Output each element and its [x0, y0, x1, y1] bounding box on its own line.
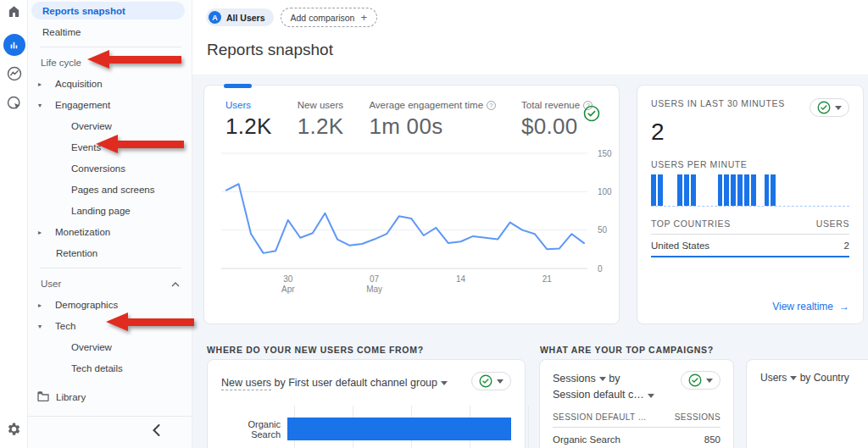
chevron-down-icon [599, 377, 606, 381]
sidebar-item-acquisition[interactable]: ▸Acquisition [28, 73, 192, 94]
table-row: Organic Search850 [553, 428, 721, 448]
sidebar-item-label: Overview [71, 342, 112, 352]
metric-value: 1.2K [225, 113, 272, 140]
audience-chip[interactable]: A All Users [206, 8, 274, 26]
sidebar-item-overview[interactable]: Overview [28, 336, 192, 357]
sidebar-item-overview[interactable]: Overview [28, 115, 192, 136]
users-by-country-card: Users by Country [746, 359, 868, 448]
sidebar-item-label: Acquisition [55, 79, 103, 89]
check-circle-icon [817, 101, 831, 114]
campaigns-quality-dropdown[interactable] [681, 371, 721, 390]
chevron-down-icon [648, 394, 654, 398]
metric-value: 1m 00s [369, 113, 496, 140]
add-comparison-label: Add comparison [291, 13, 355, 23]
chevron-down-icon [835, 106, 842, 110]
table-column-header: SESSION DEFAULT … [553, 412, 647, 422]
explore-icon[interactable] [0, 65, 28, 82]
sidebar-item-tech[interactable]: ▾Tech [28, 315, 192, 336]
country-row: United States 2 [651, 235, 849, 257]
chevron-down-icon [706, 379, 713, 383]
users-per-minute-chart [651, 174, 849, 207]
sidebar-divider [40, 47, 181, 47]
channels-quality-dropdown[interactable] [471, 372, 511, 390]
sidebar-item-pages-and-screens[interactable]: Pages and screens [28, 179, 192, 200]
realtime-quality-dropdown[interactable] [810, 98, 849, 117]
metric-label: Users [225, 100, 251, 110]
sidebar-item-reports-snapshot[interactable]: Reports snapshot [31, 2, 185, 19]
sidebar-item-events[interactable]: Events [28, 136, 192, 158]
comparison-bar: A All Users Add comparison + [206, 8, 377, 27]
channels-bar-chart: Organic Search [221, 406, 511, 448]
settings-gear-icon[interactable] [0, 422, 28, 438]
realtime-title: USERS IN LAST 30 MINUTES [651, 98, 785, 108]
users-line-chart: 05010015030Apr07May1421 [220, 145, 614, 299]
metric-tab-total-revenue[interactable]: Total revenue?$0.00 [521, 100, 593, 140]
users-per-minute-label: USERS PER MINUTE [651, 159, 849, 169]
chevron-collapsed-icon[interactable]: ▸ [38, 80, 42, 87]
chevron-expanded-icon[interactable]: ▾ [38, 101, 42, 108]
bar-row: Organic Search [221, 418, 511, 440]
sidebar-item-life-cycle: Life cycle [28, 52, 192, 73]
sidebar-item-monetization[interactable]: ▸Monetization [28, 221, 192, 242]
help-icon[interactable]: ? [487, 101, 496, 110]
sidebar-item-conversions[interactable]: Conversions [28, 158, 192, 179]
svg-text:07: 07 [370, 274, 380, 284]
minute-bar [751, 174, 756, 206]
sidebar-item-user[interactable]: User [28, 273, 192, 294]
metric-label: New users [298, 100, 343, 110]
top-countries-header: TOP COUNTRIES [651, 218, 731, 229]
chevron-collapsed-icon[interactable]: ▸ [38, 228, 42, 235]
sidebar-item-realtime[interactable]: Realtime [28, 21, 192, 42]
sidebar-item-label: Landing page [71, 206, 131, 216]
top-campaigns-card: Sessions by Session default c… SESSION D… [539, 359, 734, 448]
chevron-collapsed-icon[interactable]: ▸ [38, 301, 42, 308]
reports-icon[interactable] [0, 34, 28, 56]
users-column-header: USERS [816, 218, 849, 229]
metric-tab-average-engagement-time[interactable]: Average engagement time?1m 00s [369, 100, 496, 140]
sidebar-item-label: Monetization [55, 227, 110, 237]
sidebar-item-label: Events [71, 142, 101, 152]
country-name: United States [651, 241, 709, 251]
sidebar-item-tech-details[interactable]: Tech details [28, 357, 192, 379]
reports-sidebar: Reports snapshotRealtimeLife cycle▸Acqui… [28, 0, 192, 448]
active-metric-tab-indicator [224, 84, 252, 88]
section-header-new-users: WHERE DO YOUR NEW USERS COME FROM? [207, 345, 424, 355]
sidebar-item-engagement[interactable]: ▾Engagement [28, 94, 192, 115]
sidebar-item-label: Reports snapshot [42, 6, 125, 16]
page-title: Reports snapshot [207, 41, 333, 59]
chevron-expanded-icon[interactable]: ▾ [38, 322, 42, 329]
channels-card-title-dropdown[interactable]: New users by First user default channel … [221, 377, 448, 389]
arrow-right-icon: → [839, 301, 849, 312]
svg-text:50: 50 [598, 225, 608, 235]
sidebar-item-label: Conversions [71, 163, 125, 174]
minute-bar [677, 174, 682, 206]
overview-metrics-card: Users1.2KNew users1.2KAverage engagement… [203, 85, 620, 324]
bar-label: Organic Search [221, 419, 287, 440]
sidebar-item-landing-page[interactable]: Landing page [28, 200, 192, 221]
metric-tab-users[interactable]: Users1.2K [225, 100, 272, 140]
metric-label: Average engagement time [369, 100, 483, 110]
map-card-title-dropdown[interactable]: Users by Country [760, 372, 868, 384]
row-value: 850 [704, 434, 721, 445]
sidebar-item-retention[interactable]: Retention [28, 242, 192, 263]
minute-bar [765, 174, 770, 206]
view-realtime-link[interactable]: View realtime → [772, 301, 849, 312]
add-comparison-button[interactable]: Add comparison + [281, 8, 377, 27]
campaigns-dimension-dropdown[interactable]: Session default c… [553, 389, 654, 401]
folder-icon [37, 391, 49, 403]
minute-bar [651, 174, 656, 206]
check-circle-icon [688, 373, 702, 387]
bar [287, 418, 511, 440]
sidebar-item-label: Pages and screens [71, 185, 154, 195]
chevron-up-icon[interactable] [171, 279, 180, 289]
home-icon[interactable] [0, 4, 28, 19]
data-quality-check-icon[interactable] [583, 105, 600, 125]
metric-tab-new-users[interactable]: New users1.2K [298, 100, 344, 140]
sidebar-item-library[interactable]: Library [28, 386, 192, 407]
campaigns-metric-dropdown[interactable]: Sessions by [553, 373, 620, 384]
sidebar-item-demographics[interactable]: ▸Demographics [28, 294, 192, 315]
sidebar-item-label: Demographics [55, 300, 118, 310]
collapse-sidebar-icon[interactable] [152, 424, 161, 440]
advertising-icon[interactable] [0, 95, 28, 112]
audience-chip-label: All Users [226, 13, 265, 23]
